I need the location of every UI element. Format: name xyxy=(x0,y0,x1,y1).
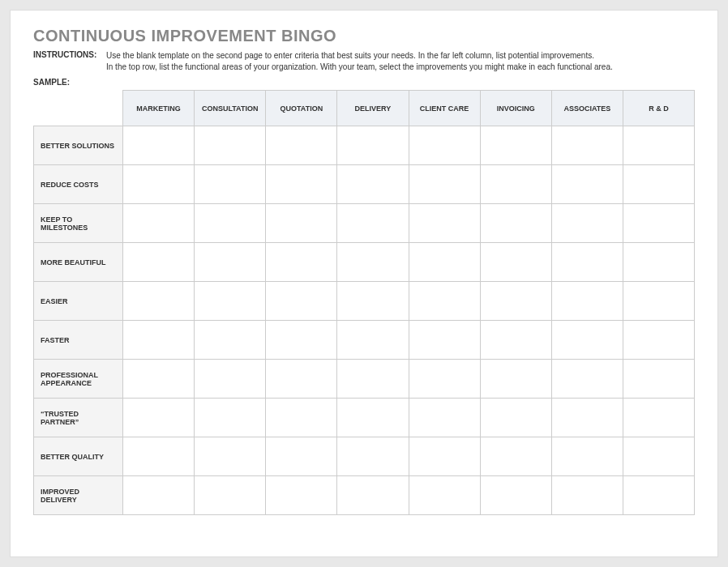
table-cell xyxy=(123,126,195,165)
table-header-row: MARKETING CONSULTATION QUOTATION DELIVER… xyxy=(34,91,695,126)
table-cell xyxy=(480,360,551,399)
row-header: KEEP TO MILESTONES xyxy=(34,204,123,243)
table-cell xyxy=(551,204,623,243)
table-cell xyxy=(623,282,694,321)
table-cell xyxy=(123,282,195,321)
instructions-line1: Use the blank template on the second pag… xyxy=(106,50,613,62)
table-cell xyxy=(266,321,337,360)
table-cell xyxy=(409,204,480,243)
bingo-table: MARKETING CONSULTATION QUOTATION DELIVER… xyxy=(33,90,695,515)
row-header: FASTER xyxy=(34,321,123,360)
column-header: INVOICING xyxy=(480,91,551,126)
table-cell xyxy=(480,282,551,321)
table-row: REDUCE COSTS xyxy=(34,165,695,204)
table-row: IMPROVED DELIVERY xyxy=(34,476,695,515)
instructions-line2: In the top row, list the functional area… xyxy=(106,62,613,73)
table-cell xyxy=(409,282,480,321)
row-header: BETTER SOLUTIONS xyxy=(34,126,123,165)
table-cell xyxy=(409,437,480,476)
table-cell xyxy=(123,437,195,476)
table-cell xyxy=(409,126,480,165)
table-cell xyxy=(266,204,337,243)
table-cell xyxy=(480,165,551,204)
table-cell xyxy=(266,476,337,515)
table-cell xyxy=(480,476,551,515)
table-cell xyxy=(623,243,694,282)
table-cell xyxy=(551,476,623,515)
table-cell xyxy=(551,321,623,360)
table-cell xyxy=(266,360,337,399)
table-cell xyxy=(337,126,409,165)
table-row: KEEP TO MILESTONES xyxy=(34,204,695,243)
table-cell xyxy=(623,321,694,360)
table-cell xyxy=(195,126,266,165)
row-header: PROFESSIONAL APPEARANCE xyxy=(34,360,123,399)
table-cell xyxy=(195,476,266,515)
table-cell xyxy=(409,165,480,204)
table-cell xyxy=(195,204,266,243)
column-header: CLIENT CARE xyxy=(409,91,480,126)
instructions-text: Use the blank template on the second pag… xyxy=(106,50,613,73)
table-cell xyxy=(409,476,480,515)
document-page: CONTINUOUS IMPROVEMENT BINGO INSTRUCTION… xyxy=(10,10,718,557)
table-cell xyxy=(623,437,694,476)
table-cell xyxy=(337,243,409,282)
row-header: BETTER QUALITY xyxy=(34,437,123,476)
table-cell xyxy=(623,399,694,437)
table-cell xyxy=(123,321,195,360)
instructions-row: INSTRUCTIONS: Use the blank template on … xyxy=(33,50,695,73)
table-cell xyxy=(337,204,409,243)
table-cell xyxy=(266,243,337,282)
table-row: BETTER SOLUTIONS xyxy=(34,126,695,165)
table-cell xyxy=(551,360,623,399)
table-cell xyxy=(409,360,480,399)
table-row: MORE BEAUTIFUL xyxy=(34,243,695,282)
table-cell xyxy=(623,126,694,165)
column-header: MARKETING xyxy=(123,91,195,126)
table-cell xyxy=(266,399,337,437)
table-cell xyxy=(551,243,623,282)
table-cell xyxy=(480,321,551,360)
table-cell xyxy=(623,204,694,243)
sample-label: SAMPLE: xyxy=(33,78,695,87)
table-cell xyxy=(551,437,623,476)
table-cell xyxy=(337,399,409,437)
table-cell xyxy=(266,126,337,165)
table-cell xyxy=(123,476,195,515)
table-cell xyxy=(480,243,551,282)
instructions-label: INSTRUCTIONS: xyxy=(33,50,106,73)
page-title: CONTINUOUS IMPROVEMENT BINGO xyxy=(33,27,695,45)
column-header: R & D xyxy=(623,91,694,126)
table-cell xyxy=(480,126,551,165)
column-header: CONSULTATION xyxy=(195,91,266,126)
table-cell xyxy=(409,399,480,437)
table-corner-cell xyxy=(34,91,123,126)
table-row: “TRUSTED PARTNER” xyxy=(34,399,695,437)
table-cell xyxy=(623,165,694,204)
table-cell xyxy=(266,165,337,204)
table-row: EASIER xyxy=(34,282,695,321)
column-header: ASSOCIATES xyxy=(551,91,623,126)
column-header: DELIVERY xyxy=(337,91,409,126)
table-cell xyxy=(551,126,623,165)
table-cell xyxy=(195,165,266,204)
table-cell xyxy=(195,321,266,360)
row-header: REDUCE COSTS xyxy=(34,165,123,204)
row-header: IMPROVED DELIVERY xyxy=(34,476,123,515)
table-cell xyxy=(266,437,337,476)
table-cell xyxy=(123,399,195,437)
table-cell xyxy=(337,282,409,321)
table-cell xyxy=(337,437,409,476)
table-cell xyxy=(551,165,623,204)
table-cell xyxy=(480,399,551,437)
table-cell xyxy=(123,243,195,282)
table-cell xyxy=(337,476,409,515)
table-cell xyxy=(266,282,337,321)
table-cell xyxy=(195,360,266,399)
table-row: BETTER QUALITY xyxy=(34,437,695,476)
table-body: BETTER SOLUTIONS REDUCE COSTS KEEP TO MI… xyxy=(34,126,695,515)
row-header: MORE BEAUTIFUL xyxy=(34,243,123,282)
table-cell xyxy=(337,360,409,399)
table-cell xyxy=(123,360,195,399)
column-header: QUOTATION xyxy=(266,91,337,126)
